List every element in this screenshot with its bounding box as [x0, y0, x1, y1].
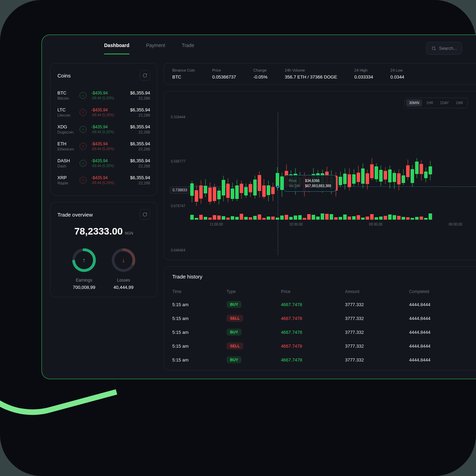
- volume-bar: [240, 214, 243, 220]
- history-row[interactable]: 5:15 amBUY4667.74783777.3324444.8444: [172, 325, 468, 339]
- volume-bar: [208, 218, 212, 220]
- col-time: Time: [172, 289, 221, 294]
- coin-subdelta: -68.44 (5.20%): [91, 147, 128, 151]
- volume-bar: [267, 217, 270, 220]
- volume-bar: [424, 218, 428, 220]
- stat-change-value: -0.05%: [253, 74, 267, 80]
- volume-bar: [195, 218, 198, 220]
- coins-title: Coins: [57, 73, 71, 79]
- trade-overview-panel: Trade overview 78,2333.00 NGN ↑: [50, 202, 157, 297]
- coin-row[interactable]: ETHEthereum↑-$435.94-68.44 (5.20%)$6,355…: [57, 138, 150, 155]
- overview-amount: 78,2333.00: [74, 226, 123, 237]
- coin-symbol: XDG: [57, 124, 77, 129]
- cell-completed: 4444.8444: [409, 316, 468, 321]
- refresh-button[interactable]: [140, 70, 150, 81]
- history-row[interactable]: 5:15 amBUY4667.74783777.3324444.8444: [172, 353, 468, 367]
- losses-ring: ↓ Losses 40,444,99: [111, 247, 136, 290]
- volume-bar: [325, 214, 329, 220]
- coin-row[interactable]: LTCLitecoin↑-$435.94-68.44 (5.20%)$6,355…: [57, 104, 150, 121]
- volume-bar: [204, 217, 207, 220]
- coin-row[interactable]: DASHDash↓-$435.94-68.44 (5.20%)$6,355.94…: [57, 155, 150, 172]
- chart-y-marker: 0.738833: [170, 186, 190, 194]
- nav-tab-trade[interactable]: Trade: [182, 43, 194, 54]
- volume-bar: [235, 217, 239, 220]
- candle: [253, 176, 257, 212]
- col-price: Price: [281, 289, 339, 294]
- volume-bar: [370, 214, 374, 220]
- coin-volume: 22,288: [130, 181, 150, 185]
- coin-subdelta: -68.44 (5.20%): [91, 130, 128, 134]
- chart-plot[interactable]: Price $34,6366 Vol 24h $67,883,883,388 1…: [189, 112, 476, 255]
- coin-symbol: ETH: [57, 141, 77, 146]
- y-tick: 0.334444: [171, 115, 185, 119]
- timeframe-1hr[interactable]: 1HR: [423, 99, 436, 107]
- coin-symbol: BTC: [57, 90, 77, 95]
- coin-delta: -$435.94: [91, 108, 128, 112]
- candle: [213, 184, 216, 212]
- refresh-button[interactable]: [140, 209, 150, 220]
- coin-delta: -$435.94: [91, 91, 128, 95]
- losses-value: 40,444,99: [111, 285, 136, 290]
- volume-bar: [298, 215, 302, 220]
- arrow-down-icon: ↑: [80, 177, 86, 184]
- volume-bar: [285, 215, 288, 220]
- volume-bar: [361, 218, 365, 220]
- volume-bar: [366, 217, 369, 220]
- arrow-up-icon: ↑: [71, 247, 97, 273]
- search-input[interactable]: Search...: [426, 42, 462, 55]
- history-title: Trade history: [172, 274, 468, 280]
- arrow-up-icon: ↓: [80, 92, 86, 99]
- coin-delta: -$435.94: [91, 141, 128, 146]
- volume-bar: [217, 216, 221, 220]
- stat-low-value: 0.0344: [391, 74, 404, 80]
- cell-time: 5:15 am: [172, 316, 221, 321]
- coin-row[interactable]: BTCBitcoin↓-$435.94-68.44 (5.20%)$6,355.…: [57, 87, 150, 104]
- candle: [388, 165, 392, 212]
- timeframe-1wk[interactable]: 1WK: [453, 99, 466, 107]
- history-row[interactable]: 5:15 amBUY4667.74783777.3324444.8444: [172, 298, 468, 311]
- candle: [195, 185, 198, 212]
- candle: [352, 169, 356, 212]
- tooltip-price-value: $34,6366: [305, 179, 331, 183]
- volume-bar: [276, 218, 279, 220]
- col-amount: Amount: [345, 289, 403, 294]
- history-row[interactable]: 5:15 amSELL4667.74783777.3324444.8444: [172, 339, 468, 353]
- earnings-label: Earnings: [71, 278, 97, 283]
- coin-symbol: XRP: [57, 175, 77, 180]
- timeframe-30min[interactable]: 30MIN: [406, 99, 422, 107]
- volume-bar: [303, 218, 306, 220]
- coin-volume: 22,288: [130, 96, 150, 100]
- trade-history-panel: Trade history Time Type Price Amount Com…: [164, 266, 476, 370]
- volume-bar: [213, 215, 216, 220]
- nav-tab-dashboard[interactable]: Dashboard: [104, 43, 129, 54]
- y-tick: 0.846464: [171, 248, 185, 252]
- arrow-up-icon: ↓: [80, 160, 86, 167]
- volume-bar: [244, 217, 248, 220]
- nav-tab-payment[interactable]: Payment: [146, 43, 165, 54]
- volume-bar: [316, 217, 320, 220]
- top-nav: DashboardPaymentTrade Search...: [42, 35, 476, 55]
- timeframe-1day[interactable]: 1DAY: [437, 99, 451, 107]
- type-badge: SELL: [227, 315, 243, 322]
- arrow-down-icon: ↓: [111, 247, 136, 273]
- coin-row[interactable]: XDGDogecoin↓-$435.94-68.44 (5.20%)$6,355…: [57, 121, 150, 138]
- coin-row[interactable]: XRPRipple↑-$435.94-68.44 (5.20%)$6,355.9…: [57, 172, 150, 189]
- candle: [190, 181, 194, 212]
- type-badge: BUY: [227, 329, 241, 336]
- cell-price: 4667.7478: [281, 316, 339, 321]
- candle: [235, 180, 239, 212]
- cell-time: 5:15 am: [172, 357, 221, 363]
- volume-bar: [406, 217, 410, 220]
- volume-bar: [402, 217, 405, 220]
- cell-completed: 4444.8444: [409, 302, 468, 307]
- history-row[interactable]: 5:15 amSELL4667.74783777.3324444.8444: [172, 311, 468, 325]
- volume-bar: [312, 215, 315, 220]
- coin-name: Ripple: [57, 181, 77, 185]
- chart-tooltip: Price $34,6366 Vol 24h $67,883,883,388: [284, 175, 336, 192]
- earnings-value: 700,008,99: [71, 285, 97, 290]
- x-tick: 11:00.00: [210, 222, 223, 226]
- volume-bar: [420, 217, 423, 220]
- tooltip-vol-label: Vol 24h: [289, 184, 300, 188]
- overview-currency: NGN: [125, 231, 133, 235]
- volume-bar: [231, 216, 234, 220]
